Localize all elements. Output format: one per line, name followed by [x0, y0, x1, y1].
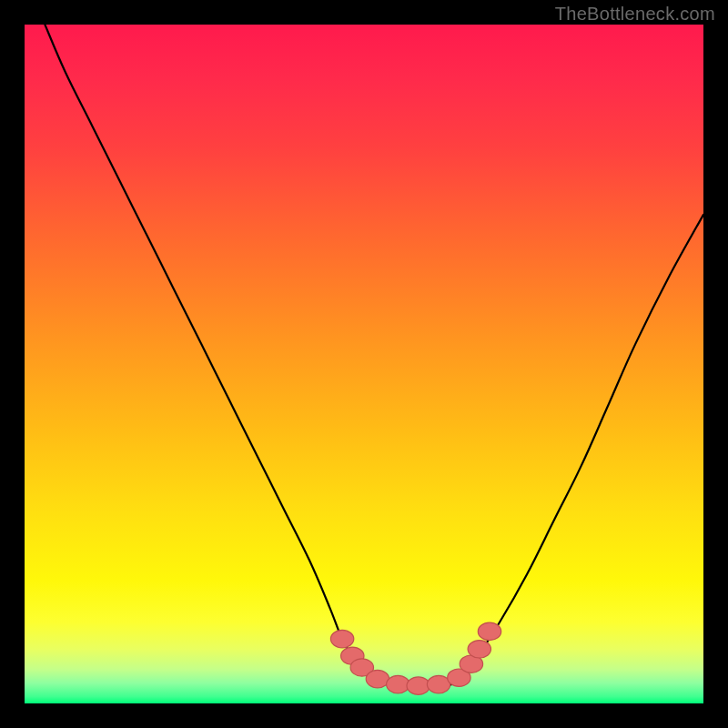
bead-marker — [330, 630, 353, 647]
bead-marker — [387, 675, 410, 693]
curve-svg — [25, 25, 703, 703]
chart-frame: TheBottleneck.com — [0, 0, 728, 728]
bead-marker — [468, 641, 490, 658]
plot-area — [25, 25, 703, 703]
bead-marker — [407, 677, 430, 694]
bead-marker — [478, 622, 500, 640]
bead-marker — [366, 670, 389, 687]
beads-group — [330, 622, 500, 694]
bead-marker — [427, 675, 450, 693]
bottleneck-curve — [45, 25, 703, 687]
watermark-text: TheBottleneck.com — [555, 4, 715, 25]
